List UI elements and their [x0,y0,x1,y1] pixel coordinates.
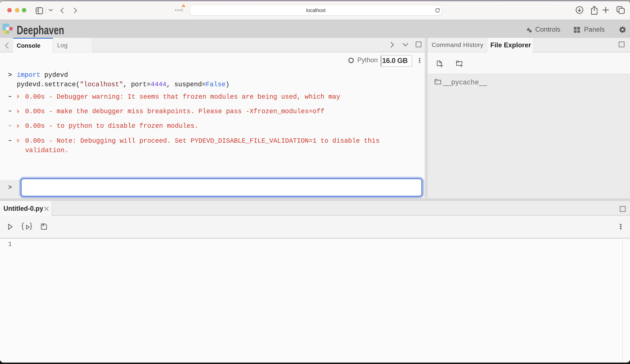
svg-text:Deephaven: Deephaven [17,23,64,37]
